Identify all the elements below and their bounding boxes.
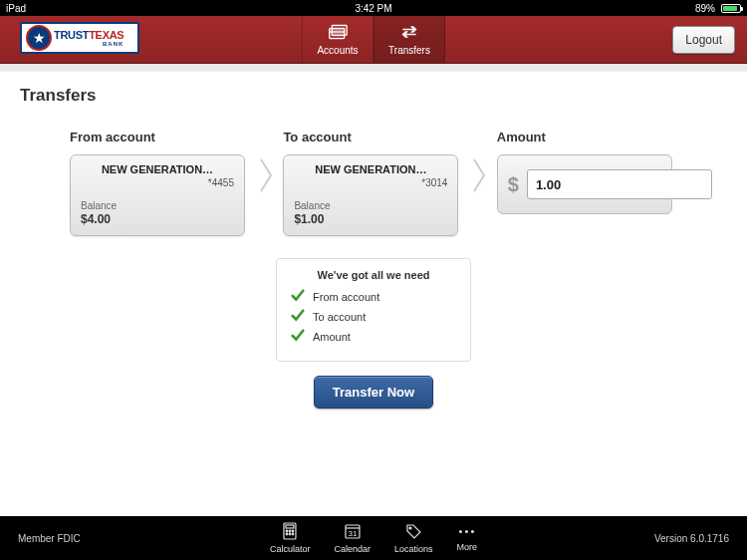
amount-box: $: [497, 154, 672, 214]
from-account-column: From account NEW GENERATION… *4455 Balan…: [70, 130, 250, 236]
svg-point-9: [289, 533, 291, 535]
calendar-icon: 31: [344, 522, 362, 542]
tag-icon: [404, 522, 422, 542]
transfer-now-button[interactable]: Transfer Now: [314, 376, 433, 409]
transfer-arrows-icon: [399, 23, 419, 43]
amount-label: Amount: [497, 130, 677, 144]
check-icon: [291, 309, 305, 325]
footer: Member FDIC Calculator 31 Cale: [0, 516, 747, 560]
ios-status-bar: iPad 3:42 PM 89%: [0, 0, 747, 16]
to-account-column: To account NEW GENERATION… *3014 Balance…: [283, 130, 463, 236]
tab-transfers-label: Transfers: [388, 45, 430, 56]
from-account-number: *4455: [81, 177, 234, 188]
status-carrier: iPad: [6, 3, 26, 14]
svg-text:31: 31: [348, 529, 357, 538]
to-account-number: *3014: [294, 177, 447, 188]
to-balance-value: $1.00: [294, 212, 447, 226]
tab-accounts[interactable]: Accounts: [302, 16, 374, 63]
status-time: 3:42 PM: [355, 3, 391, 14]
to-balance-label: Balance: [294, 200, 447, 211]
footer-fdic: Member FDIC: [18, 533, 81, 544]
chevron-right-icon: [464, 130, 497, 195]
check-row-from: From account: [291, 289, 456, 305]
footer-version: Version 6.0.1716: [654, 533, 729, 544]
svg-point-14: [409, 527, 411, 529]
amount-input[interactable]: [527, 169, 712, 199]
footer-locations[interactable]: Locations: [394, 522, 433, 554]
from-account-label: From account: [70, 130, 250, 144]
logout-button[interactable]: Logout: [672, 26, 735, 54]
svg-point-5: [286, 530, 288, 532]
cards-icon: [328, 23, 348, 43]
tab-transfers[interactable]: Transfers: [374, 16, 445, 63]
svg-point-7: [292, 530, 294, 532]
bank-logo: ★ TRUSTTEXAS BANK: [20, 22, 139, 54]
page-title: Transfers: [0, 72, 747, 130]
checklist-title: We've got all we need: [291, 269, 456, 281]
amount-column: Amount $: [497, 130, 677, 214]
check-icon: [291, 289, 305, 305]
to-account-name: NEW GENERATION…: [294, 163, 447, 175]
svg-rect-4: [286, 525, 294, 528]
nav-tabs: Accounts Transfers: [302, 16, 445, 63]
footer-more[interactable]: More: [457, 522, 478, 554]
svg-point-6: [289, 530, 291, 532]
from-balance-label: Balance: [81, 200, 234, 211]
dollar-sign-icon: $: [508, 173, 519, 196]
app-header: ★ TRUSTTEXAS BANK Accounts: [0, 16, 747, 64]
svg-point-8: [286, 533, 288, 535]
divider-strip: [0, 64, 747, 72]
to-account-label: To account: [283, 130, 463, 144]
footer-calendar[interactable]: 31 Calendar: [334, 522, 371, 554]
transfer-columns: From account NEW GENERATION… *4455 Balan…: [0, 130, 747, 236]
check-icon: [291, 329, 305, 345]
from-balance-value: $4.00: [81, 212, 234, 226]
footer-calculator[interactable]: Calculator: [270, 522, 311, 554]
more-dots-icon: [459, 522, 474, 540]
svg-point-10: [292, 533, 294, 535]
check-row-to: To account: [291, 309, 456, 325]
calculator-icon: [281, 522, 299, 542]
check-row-amount: Amount: [291, 329, 456, 345]
from-account-name: NEW GENERATION…: [81, 163, 234, 175]
logo-star-icon: ★: [26, 25, 52, 51]
chevron-right-icon: [250, 130, 283, 195]
tab-accounts-label: Accounts: [317, 45, 358, 56]
status-battery: 89%: [695, 3, 741, 14]
svg-rect-1: [332, 25, 347, 35]
from-account-card[interactable]: NEW GENERATION… *4455 Balance $4.00: [70, 154, 245, 236]
to-account-card[interactable]: NEW GENERATION… *3014 Balance $1.00: [283, 154, 458, 236]
checklist: We've got all we need From account To ac…: [276, 258, 471, 362]
